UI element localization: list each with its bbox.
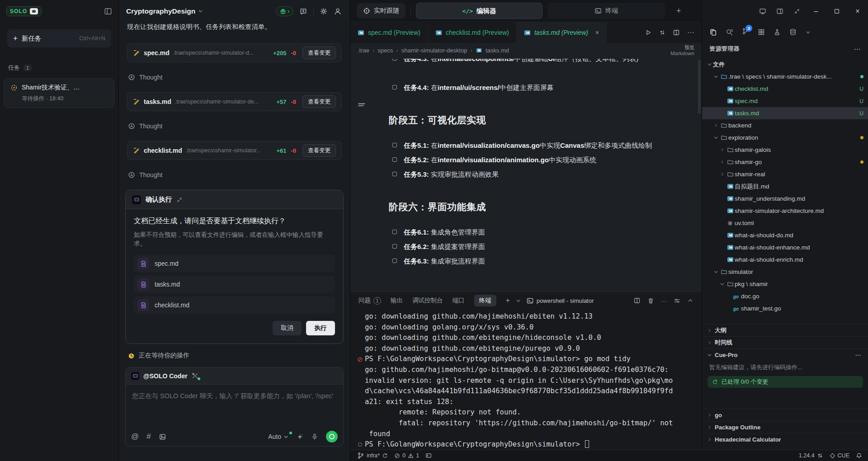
terminal-tab-端口[interactable]: 端口 xyxy=(453,296,465,305)
problems-status[interactable]: 0 1 xyxy=(391,450,422,461)
file-tab[interactable]: Mchecklist.md (Preview) xyxy=(428,22,517,43)
tree-item[interactable]: goshamir_test.go xyxy=(702,302,868,315)
sparkle-icon[interactable] xyxy=(297,433,303,440)
tree-item[interactable]: Mshamir-simulator-architecture.md xyxy=(702,205,868,217)
terminal-tab-输出[interactable]: 输出 xyxy=(391,296,403,305)
source-control-icon[interactable]: 3 xyxy=(742,28,749,37)
tree-item[interactable]: Mwhat-ai-should-enhance.md xyxy=(702,241,868,254)
view-changes-button[interactable]: 查看变更 xyxy=(302,144,336,157)
section-Hexadecimal Calculator[interactable]: Hexadecimal Calculator xyxy=(702,433,868,445)
file-tab[interactable]: Mspec.md (Preview) xyxy=(350,22,428,43)
database-icon[interactable] xyxy=(789,28,797,36)
add-view-icon[interactable]: + xyxy=(676,6,681,16)
tree-item[interactable]: Mchecklist.mdU xyxy=(702,83,868,95)
gear-icon[interactable] xyxy=(320,7,328,15)
file-diff-card[interactable]: spec.md.trae\specs\shamir-simulator-d...… xyxy=(127,43,342,62)
dialog-file-item[interactable]: checklist.md xyxy=(134,296,335,314)
confirm-button[interactable]: 执行 xyxy=(306,321,335,335)
testing-icon[interactable] xyxy=(774,28,781,36)
notifications-status[interactable] xyxy=(853,450,865,461)
outline-menu-icon[interactable] xyxy=(357,101,366,110)
checkbox-icon[interactable] xyxy=(392,85,397,89)
voice-record-button[interactable] xyxy=(326,431,338,442)
context-icon[interactable]: # xyxy=(146,432,151,441)
terminal-more-icon[interactable]: ··· xyxy=(661,297,667,304)
maximize-button[interactable] xyxy=(826,0,847,22)
checkbox-icon[interactable] xyxy=(392,259,397,263)
tree-item[interactable]: Mspec.mdU xyxy=(702,95,868,107)
project-title[interactable]: CryptographyDesign xyxy=(126,7,195,15)
task-card[interactable]: Shamir技术验证、… 等待操作 · 18:40 xyxy=(4,78,115,108)
section-Package Outline[interactable]: Package Outline xyxy=(702,421,868,433)
dialog-collapse-icon[interactable] xyxy=(176,197,183,203)
kill-terminal-icon[interactable] xyxy=(647,297,654,304)
diff-icon[interactable] xyxy=(659,29,665,36)
breadcrumb-item[interactable]: specs xyxy=(377,47,393,54)
close-tab-icon[interactable]: × xyxy=(595,29,599,36)
chevron-right-icon[interactable] xyxy=(712,123,719,128)
more-views-icon[interactable] xyxy=(805,29,811,35)
run-icon[interactable] xyxy=(645,29,652,36)
thought-row[interactable]: Thought xyxy=(128,122,341,130)
chevron-down-icon[interactable] xyxy=(706,61,713,67)
cancel-button[interactable]: 取消 xyxy=(273,321,302,335)
new-task-button[interactable]: + 新任务 Ctrl+Alt+N xyxy=(7,29,111,47)
close-button[interactable]: × xyxy=(847,0,868,22)
go-version-status[interactable]: 1.24.4 xyxy=(796,450,826,461)
tree-item[interactable]: shamir-galois xyxy=(702,144,868,156)
file-diff-card[interactable]: tasks.md.trae\specs\shamir-simulator-de.… xyxy=(127,92,342,111)
explorer-view-icon[interactable] xyxy=(709,28,717,36)
editor-scrollbar[interactable] xyxy=(698,60,701,114)
breadcrumb-item[interactable]: .trae xyxy=(358,47,369,54)
tree-section-files[interactable]: 文件 xyxy=(702,58,868,71)
tree-item[interactable]: simulator xyxy=(702,266,868,278)
tree-item[interactable]: shamir-real xyxy=(702,168,868,180)
terminal-session[interactable]: powershell - simulator xyxy=(527,297,594,304)
extensions-icon[interactable] xyxy=(758,28,765,36)
chevron-right-icon[interactable] xyxy=(718,172,726,177)
collapse-sidebar-icon[interactable] xyxy=(104,7,112,15)
file-tab[interactable]: Mtasks.md (Preview)× xyxy=(517,22,607,43)
cue-more-icon[interactable]: ··· xyxy=(855,352,865,358)
file-diff-card[interactable]: checklist.md.trae\specs\shamir-simulator… xyxy=(127,141,342,160)
terminal-output[interactable]: go: downloading github.com/hajimehoshi/e… xyxy=(350,309,702,450)
new-terminal-icon[interactable]: + xyxy=(506,296,510,305)
cue-status[interactable]: CUE xyxy=(826,450,853,461)
tree-item[interactable]: Mshamir_understanding.md xyxy=(702,193,868,205)
checkbox-icon[interactable] xyxy=(392,143,397,147)
image-icon[interactable] xyxy=(159,433,166,441)
checkbox-icon[interactable] xyxy=(392,230,397,234)
section-go[interactable]: go xyxy=(702,409,868,421)
chevron-right-icon[interactable] xyxy=(718,147,726,152)
view-tab-follow[interactable]: 实时跟随 xyxy=(357,3,406,19)
project-chevron-icon[interactable] xyxy=(198,8,203,14)
mode-preview-label[interactable]: 预览 xyxy=(670,45,694,51)
terminal-tab-终端[interactable]: 终端 xyxy=(474,295,496,306)
thought-row[interactable]: Thought xyxy=(128,171,341,179)
tree-item[interactable]: shamir-go xyxy=(702,156,868,168)
explorer-more-icon[interactable]: ··· xyxy=(854,46,861,52)
tree-item[interactable]: exploration xyxy=(702,132,868,144)
tree-item[interactable]: godoc.go xyxy=(702,290,868,302)
checkbox-icon[interactable] xyxy=(392,157,397,162)
section-cue-pro[interactable]: Cue-Pro ··· xyxy=(702,348,868,361)
git-branch-status[interactable]: infra* xyxy=(354,450,391,461)
search-view-icon[interactable] xyxy=(726,28,733,36)
split-terminal-icon[interactable] xyxy=(633,297,641,304)
tree-item[interactable]: .trae \ specs \ shamir-simulator-desk... xyxy=(702,71,868,83)
agent-name[interactable]: @SOLO Coder xyxy=(143,372,188,380)
chevron-down-icon[interactable] xyxy=(712,269,719,275)
tree-item[interactable]: uv.toml xyxy=(702,217,868,229)
chevron-right-icon[interactable] xyxy=(718,160,726,165)
view-changes-button[interactable]: 查看变更 xyxy=(302,47,336,59)
tree-item[interactable]: Mwhat-ai-should-enrich.md xyxy=(702,254,868,266)
checkbox-icon[interactable] xyxy=(392,59,397,61)
tree-item[interactable]: backend xyxy=(702,119,868,132)
dialog-file-item[interactable]: spec.md xyxy=(134,255,335,272)
terminal-tab-问题[interactable]: 问题1 xyxy=(359,296,381,305)
cue-processed-banner[interactable]: 已处理 0/0 个变更 xyxy=(708,376,863,388)
maximize-panel-icon[interactable] xyxy=(687,297,693,304)
tree-item[interactable]: M自拟题目.md xyxy=(702,180,868,193)
gift-promo-button[interactable]: › xyxy=(276,6,293,16)
view-changes-button[interactable]: 查看变更 xyxy=(302,95,336,108)
